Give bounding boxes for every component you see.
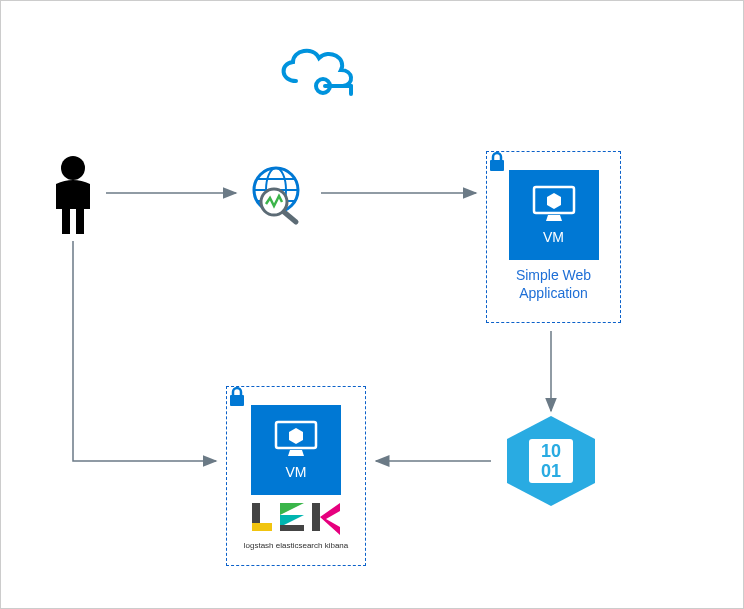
vm-monitor-icon xyxy=(530,185,578,225)
svg-marker-23 xyxy=(320,503,340,535)
vm-lek: VM logstash elasticsearch kibana xyxy=(226,386,366,566)
datastore-bits-row1: 10 xyxy=(541,441,561,461)
vm-monitor-icon xyxy=(272,420,320,460)
vm-simple-web-app: VM Simple Web Application xyxy=(486,151,621,323)
svg-rect-21 xyxy=(280,525,304,531)
svg-point-3 xyxy=(61,156,85,180)
lek-logo xyxy=(227,501,365,539)
vm-tile: VM xyxy=(509,170,599,260)
web-monitor-icon xyxy=(246,164,316,230)
datastore-hexagon: 10 01 xyxy=(501,413,601,512)
svg-rect-18 xyxy=(252,523,272,531)
svg-rect-11 xyxy=(490,160,504,171)
vm-label: VM xyxy=(286,464,307,480)
architecture-diagram: VM Simple Web Application 10 01 VM xyxy=(0,0,744,609)
arrow-user-to-vm2 xyxy=(73,241,216,461)
arrows-layer xyxy=(1,1,744,609)
cloud-icon xyxy=(271,36,361,105)
lek-caption: logstash elasticsearch kibana xyxy=(227,541,365,550)
vm-tile: VM xyxy=(251,405,341,495)
svg-marker-19 xyxy=(280,503,304,515)
svg-rect-15 xyxy=(230,395,244,406)
svg-line-10 xyxy=(284,212,296,222)
vm1-caption: Simple Web Application xyxy=(487,266,620,302)
lock-icon xyxy=(225,385,249,409)
svg-rect-22 xyxy=(312,503,320,531)
datastore-bits-row2: 01 xyxy=(541,461,561,481)
vm-label: VM xyxy=(543,229,564,245)
lock-icon xyxy=(485,150,509,174)
user-icon xyxy=(46,154,101,243)
